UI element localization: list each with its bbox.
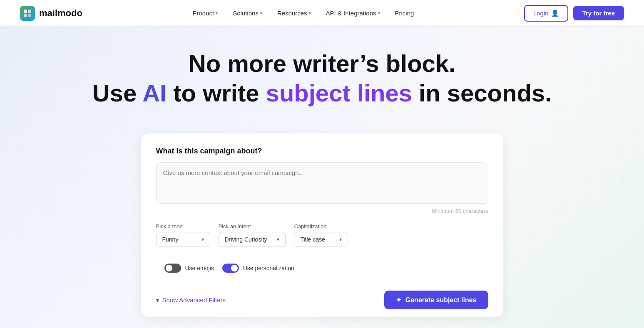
capitalization-select[interactable]: Title case ▾	[294, 232, 348, 247]
try-for-free-button[interactable]: Try for free	[573, 6, 624, 20]
generate-button[interactable]: ✦ Generate subject lines	[384, 291, 488, 309]
intent-label: Pick an intent	[219, 223, 286, 229]
nav-pricing[interactable]: Pricing	[389, 6, 420, 20]
nav-resources[interactable]: Resources ▾	[271, 6, 317, 20]
use-personalization-label: Use personalization	[243, 265, 294, 271]
solutions-chevron-icon: ▾	[260, 11, 262, 15]
capitalization-chevron-icon: ▾	[339, 237, 342, 242]
logo-link[interactable]: mailmodo	[20, 6, 82, 21]
svg-rect-0	[24, 10, 27, 13]
logo-text: mailmodo	[39, 8, 82, 19]
nav-product[interactable]: Product ▾	[186, 6, 224, 20]
nav-links: Product ▾ Solutions ▾ Resources ▾ API & …	[186, 6, 420, 20]
navbar: mailmodo Product ▾ Solutions ▾ Resources…	[0, 0, 644, 27]
advanced-filters-button[interactable]: ▾ Show Advanced Filters	[156, 296, 226, 303]
intent-group: Pick an intent Driving Curiosity ▾	[219, 223, 286, 247]
hero-line2: Use AI to write subject lines in seconds…	[8, 79, 636, 107]
login-user-icon: 👤	[551, 10, 559, 17]
use-emojis-toggle-item: Use emojis	[164, 264, 214, 273]
nav-solutions[interactable]: Solutions ▾	[227, 6, 268, 20]
campaign-textarea[interactable]	[156, 162, 488, 204]
chevron-down-icon: ▾	[156, 297, 159, 303]
intent-value: Driving Curiosity	[225, 236, 267, 243]
capitalization-value: Title case	[300, 236, 325, 243]
svg-rect-2	[24, 14, 27, 17]
hero-line1: No more writer’s block.	[8, 50, 636, 78]
product-chevron-icon: ▾	[216, 11, 218, 15]
toggles-group: Use emojis Use personalization	[164, 264, 294, 273]
tool-card: What is this campaign about? Minimum 60 …	[141, 133, 503, 317]
capitalization-label: Capitalization	[294, 223, 348, 229]
logo-icon	[20, 6, 35, 21]
svg-rect-1	[28, 10, 31, 13]
use-personalization-toggle-item: Use personalization	[222, 264, 294, 273]
share-row: Like this subject line generator? Tell t…	[0, 317, 644, 328]
card-footer: ▾ Show Advanced Filters ✦ Generate subje…	[141, 283, 503, 317]
tone-value: Funny	[162, 236, 179, 243]
use-emojis-label: Use emojis	[185, 265, 214, 271]
intent-select[interactable]: Driving Curiosity ▾	[219, 232, 286, 247]
tone-group: Pick a tone Funny ▾	[156, 223, 210, 247]
card-body: What is this campaign about? Minimum 60 …	[141, 133, 503, 283]
filters-row: Pick a tone Funny ▾ Pick an intent Drivi…	[156, 223, 488, 273]
hero-section: No more writer’s block. Use AI to write …	[0, 27, 644, 120]
char-hint: Minimum 60 characters	[156, 208, 488, 214]
api-chevron-icon: ▾	[378, 11, 380, 15]
login-button[interactable]: Login 👤	[524, 5, 568, 22]
resources-chevron-icon: ▾	[309, 11, 311, 15]
tone-label: Pick a tone	[156, 223, 210, 229]
subject-lines-highlight: subject lines	[266, 79, 412, 106]
use-personalization-toggle[interactable]	[222, 264, 239, 273]
nav-actions: Login 👤 Try for free	[524, 5, 624, 22]
intent-chevron-icon: ▾	[277, 237, 279, 242]
tone-chevron-icon: ▾	[201, 237, 204, 242]
campaign-question-label: What is this campaign about?	[156, 147, 488, 155]
ai-highlight: AI	[142, 79, 167, 106]
nav-api[interactable]: API & Integrations ▾	[320, 6, 386, 20]
svg-rect-3	[28, 14, 31, 17]
sparkle-icon: ✦	[396, 296, 401, 304]
use-emojis-toggle[interactable]	[164, 264, 181, 273]
capitalization-group: Capitalization Title case ▾	[294, 223, 348, 247]
tone-select[interactable]: Funny ▾	[156, 232, 210, 247]
